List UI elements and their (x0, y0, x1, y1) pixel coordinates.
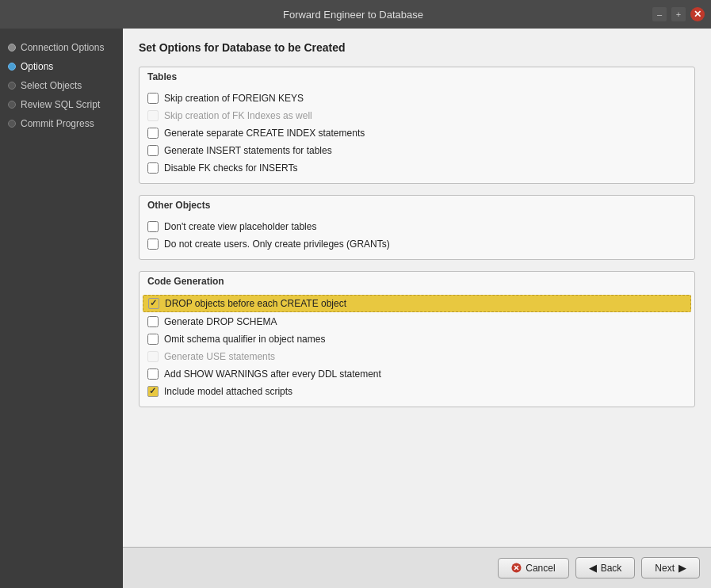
show-warnings-label[interactable]: Add SHOW WARNINGS after every DDL statem… (164, 368, 381, 380)
sidebar-item-options[interactable]: Options (0, 57, 123, 76)
omit-schema-qualifier-label[interactable]: Omit schema qualifier in object names (164, 334, 325, 345)
create-index-label[interactable]: Generate separate CREATE INDEX statement… (164, 128, 365, 139)
skip-fk-indexes-label: Skip creation of FK Indexes as well (164, 110, 312, 121)
insert-statements-label[interactable]: Generate INSERT statements for tables (164, 145, 332, 156)
page-title: Set Options for Database to be Created (139, 41, 695, 54)
option-skip-fk: Skip creation of FOREIGN KEYS (147, 90, 686, 107)
other-objects-header: Other Objects (140, 196, 694, 215)
sidebar-item-review-sql-script[interactable]: Review SQL Script (0, 95, 123, 114)
commit-progress-dot (8, 120, 16, 128)
main-container: Connection Options Options Select Object… (0, 29, 711, 588)
option-no-view-placeholder: Don't create view placeholder tables (147, 218, 686, 235)
sidebar-item-connection-options[interactable]: Connection Options (0, 38, 123, 57)
disable-fk-checks-label[interactable]: Disable FK checks for INSERTs (164, 162, 298, 174)
include-model-scripts-label[interactable]: Include model attached scripts (164, 386, 292, 397)
tables-section: Tables Skip creation of FOREIGN KEYS Ski… (139, 67, 695, 184)
cancel-button[interactable]: Cancel (498, 558, 568, 578)
close-button[interactable]: ✕ (690, 7, 705, 21)
insert-statements-checkbox[interactable] (147, 145, 159, 156)
select-objects-dot (8, 82, 16, 90)
next-label: Next (655, 563, 675, 574)
back-button[interactable]: ◀ Back (575, 557, 636, 578)
window-title: Forward Engineer to Database (54, 9, 652, 21)
option-create-index: Generate separate CREATE INDEX statement… (147, 124, 686, 142)
next-icon: ▶ (679, 562, 686, 574)
window-controls: – + ✕ (652, 7, 705, 21)
option-omit-schema-qualifier: Omit schema qualifier in object names (147, 330, 686, 348)
cancel-label: Cancel (526, 563, 555, 574)
minimize-button[interactable]: – (652, 7, 667, 21)
no-create-users-checkbox[interactable] (147, 239, 159, 250)
code-generation-header: Code Generation (140, 272, 694, 291)
option-include-model-scripts: Include model attached scripts (147, 383, 686, 400)
show-warnings-checkbox[interactable] (147, 368, 159, 380)
include-model-scripts-checkbox[interactable] (147, 386, 159, 397)
title-bar: Forward Engineer to Database – + ✕ (0, 0, 711, 29)
back-label: Back (601, 563, 622, 574)
skip-fk-checkbox[interactable] (147, 93, 159, 104)
review-sql-dot (8, 101, 16, 109)
create-index-checkbox[interactable] (147, 128, 159, 139)
footer: Cancel ◀ Back Next ▶ (123, 547, 711, 588)
back-icon: ◀ (589, 562, 597, 574)
tables-section-body: Skip creation of FOREIGN KEYS Skip creat… (140, 86, 694, 183)
other-objects-body: Don't create view placeholder tables Do … (140, 215, 694, 259)
option-drop-objects: DROP objects before each CREATE object (143, 295, 691, 312)
no-view-placeholder-checkbox[interactable] (147, 221, 159, 232)
sidebar-label-review-sql: Review SQL Script (21, 99, 100, 110)
options-dot (8, 63, 16, 71)
other-objects-section: Other Objects Don't create view placehol… (139, 195, 695, 260)
option-generate-use: Generate USE statements (147, 348, 686, 365)
sidebar-label-select-objects: Select Objects (21, 80, 82, 91)
code-generation-body: DROP objects before each CREATE object G… (140, 291, 694, 407)
sidebar-label-commit-progress: Commit Progress (21, 118, 94, 129)
cancel-icon (511, 563, 522, 573)
drop-objects-label[interactable]: DROP objects before each CREATE object (165, 298, 346, 309)
skip-fk-indexes-checkbox (147, 110, 159, 121)
sidebar-label-options: Options (21, 61, 53, 72)
sidebar-item-commit-progress[interactable]: Commit Progress (0, 114, 123, 133)
connection-options-dot (8, 44, 16, 52)
sidebar: Connection Options Options Select Object… (0, 29, 123, 588)
option-disable-fk-checks: Disable FK checks for INSERTs (147, 159, 686, 177)
no-view-placeholder-label[interactable]: Don't create view placeholder tables (164, 221, 316, 232)
generate-use-label: Generate USE statements (164, 351, 275, 362)
code-generation-section: Code Generation DROP objects before each… (139, 271, 695, 407)
sidebar-item-select-objects[interactable]: Select Objects (0, 76, 123, 95)
content-scroll: Set Options for Database to be Created T… (123, 29, 711, 547)
option-no-create-users: Do not create users. Only create privile… (147, 235, 686, 253)
maximize-button[interactable]: + (671, 7, 686, 21)
content-area: Set Options for Database to be Created T… (123, 29, 711, 588)
next-button[interactable]: Next ▶ (641, 557, 700, 578)
option-generate-drop-schema: Generate DROP SCHEMA (147, 313, 686, 330)
option-skip-fk-indexes: Skip creation of FK Indexes as well (147, 107, 686, 124)
generate-use-checkbox (147, 351, 159, 362)
sidebar-label-connection-options: Connection Options (21, 42, 104, 53)
skip-fk-label[interactable]: Skip creation of FOREIGN KEYS (164, 93, 304, 104)
tables-section-header: Tables (140, 67, 694, 86)
option-insert-statements: Generate INSERT statements for tables (147, 142, 686, 159)
omit-schema-qualifier-checkbox[interactable] (147, 334, 159, 345)
no-create-users-label[interactable]: Do not create users. Only create privile… (164, 239, 390, 250)
disable-fk-checks-checkbox[interactable] (147, 162, 159, 174)
option-show-warnings: Add SHOW WARNINGS after every DDL statem… (147, 365, 686, 383)
drop-objects-checkbox[interactable] (148, 298, 159, 309)
generate-drop-schema-checkbox[interactable] (147, 316, 159, 327)
generate-drop-schema-label[interactable]: Generate DROP SCHEMA (164, 316, 277, 327)
